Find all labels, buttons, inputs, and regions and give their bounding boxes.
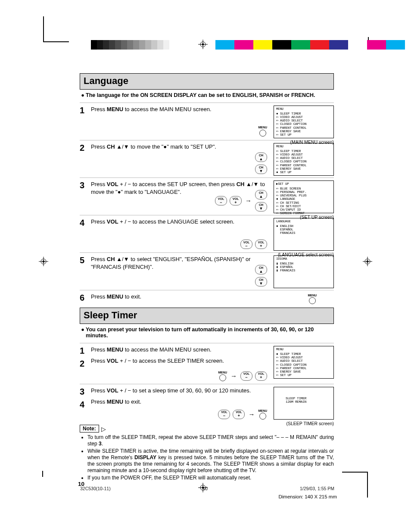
crop-mark-br (342, 472, 368, 498)
sleep-intro: ● You can preset your television to turn… (80, 327, 334, 339)
footer-meta: 32C530(10-11) 10 1/29/03, 1:55 PM (80, 486, 334, 491)
step-text: Press VOL + / − to set a sleep time of 3… (91, 387, 269, 395)
notes-list: To turn off the SLEEP TIMER, repeat the … (87, 434, 334, 481)
step-text: Press MENU to exit. (91, 398, 269, 406)
osd-preview: SLEEP TIMER 120M REMAIN (274, 387, 334, 420)
control-buttons: MENU→VOL−VOL+ (218, 371, 267, 382)
remote-menu-button: MENU (308, 294, 317, 305)
control-buttons: VOL−VOL+ (240, 240, 267, 249)
registration-mark-icon (198, 40, 208, 49)
control-buttons: VOL−VOL+→MENU (218, 409, 267, 420)
note-item: To turn off the SLEEP TIMER, repeat the … (87, 434, 334, 447)
step-number: 1 (80, 106, 91, 115)
step-number: 3 (80, 180, 91, 190)
remote-button: VOL+ (230, 196, 242, 205)
note-arrow-icon: ▷ (101, 426, 106, 432)
section-heading-sleep-timer: Sleep Timer (80, 308, 334, 324)
remote-button: VOL+ (255, 240, 267, 249)
registration-mark-icon (39, 257, 48, 266)
remote-button: VOL− (218, 410, 230, 419)
step-number: 2 (80, 143, 91, 152)
step-number: 1 (80, 346, 91, 357)
step-number: 5 (80, 255, 91, 264)
note-item: While SLEEP TIMER is active, the time re… (87, 448, 334, 474)
control-buttons: CH▲CH▼ (255, 265, 267, 286)
language-step: 5 Press CH ▲/▼ to select "ENGLISH", "ESP… (80, 252, 334, 290)
step-text: Press CH ▲/▼ to select "ENGLISH", "ESPAÑ… (91, 255, 269, 271)
step-text: Press VOL + / − to access the SLEEP TIME… (91, 357, 269, 365)
arrow-right-icon: → (230, 372, 238, 380)
remote-button: VOL− (240, 371, 252, 381)
control-buttons: MENU (308, 294, 317, 305)
remote-button: CH▲ (255, 265, 267, 274)
remote-button: CH▼ (255, 277, 267, 286)
step-number: 3 (80, 387, 91, 398)
remote-menu-button: MENU (258, 409, 267, 420)
arrow-right-icon: → (244, 196, 252, 205)
step-text: Press VOL + / − to access the LANGUAGE s… (91, 218, 269, 226)
registration-mark-icon (363, 257, 372, 266)
control-buttons: CH▲CH▼ (255, 152, 267, 174)
remote-button: CH▼ (255, 202, 267, 212)
footer-page: 10 (202, 486, 208, 491)
crop-mark-tl (43, 16, 69, 42)
footer-dimension: Dimension: 140 X 215 mm (278, 494, 337, 499)
step-text: Press MENU to access the MAIN MENU scree… (91, 346, 269, 354)
osd-preview: IDIOMA▮ENGLISH▮ESPAÑOL▮FRANCAIS (274, 255, 334, 288)
sleep-step-1-2: 1 2 Press MENU to access the MAIN MENU s… (80, 343, 334, 384)
remote-menu-button: MENU (218, 371, 227, 382)
doc-id: 32C530(10-11) (80, 486, 111, 491)
note-item: If you turn the POWER OFF, the SLEEP TIM… (87, 475, 334, 481)
step-text: Press CH ▲/▼ to move the "●" mark to "SE… (91, 143, 269, 151)
step-number: 4 (80, 218, 91, 227)
remote-button: VOL− (240, 240, 252, 249)
language-intro: ● The language for the ON SCREEN DISPLAY… (80, 92, 334, 98)
remote-menu-button: MENU (258, 126, 267, 137)
osd-preview: MENU▭SLEEP TIMER▭VIDEO ADJUST▭AUDIO SELE… (274, 143, 334, 176)
control-buttons: VOL−VOL+→CH▲CH▼ (215, 190, 267, 212)
language-step: 2 Press CH ▲/▼ to move the "●" mark to "… (80, 140, 334, 177)
remote-button: VOL+ (233, 410, 245, 419)
control-buttons: MENU (258, 126, 267, 137)
osd-preview: MENU●SLEEP TIMER▭VIDEO ADJUST▭AUDIO SELE… (274, 106, 334, 138)
remote-button: VOL− (215, 196, 227, 205)
step-text: Press MENU to exit. (91, 293, 317, 301)
osd-caption: (SLEEP TIMER screen) (286, 420, 334, 426)
remote-button: VOL+ (255, 371, 267, 381)
gray-calibration-bar (91, 40, 175, 50)
sleep-step-3-4: 3 4 Press VOL + / − to set a sleep time … (80, 384, 334, 422)
step-number: 6 (80, 293, 91, 302)
language-step: 4 Press VOL + / − to access the LANGUAGE… (80, 215, 334, 252)
step-number: 4 (80, 400, 91, 411)
step-text: Press MENU to access the MAIN MENU scree… (91, 106, 269, 113)
remote-button: CH▲ (255, 190, 267, 199)
remote-button: CH▲ (255, 152, 267, 162)
crop-mark-bl (42, 471, 43, 477)
osd-preview: LANGUAGE●ENGLISH ESPAÑOL FRANCAIS (274, 218, 334, 251)
arrow-right-icon: → (247, 410, 255, 419)
step-number: 2 (80, 359, 91, 370)
language-step: 3 Press VOL + / − to access the SET UP s… (80, 177, 334, 215)
osd-preview: MENU●SLEEP TIMER▭VIDEO ADJUST▭AUDIO SELE… (274, 346, 334, 379)
osd-preview: ▶SET UP▭BLUE SCREEN▭PERSONAL PREF.▭UNIVE… (274, 180, 334, 213)
section-heading-language: Language (80, 73, 334, 90)
color-calibration-bar (215, 40, 405, 50)
manual-page-content: Language ● The language for the ON SCREE… (80, 73, 334, 482)
footer-timestamp: 1/29/03, 1:55 PM (300, 486, 334, 491)
language-step: 1 Press MENU to access the MAIN MENU scr… (80, 103, 334, 140)
remote-button: CH▼ (255, 165, 267, 174)
language-step: 6 Press MENU to exit. MENU (80, 290, 334, 306)
